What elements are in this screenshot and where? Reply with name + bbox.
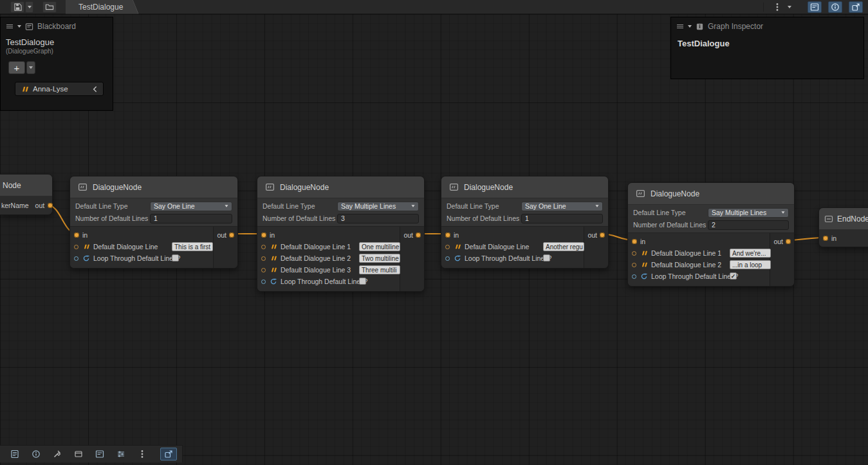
blackboard-panel-button[interactable]: [91, 448, 108, 460]
lines-count-value: 1: [525, 214, 529, 222]
window-button[interactable]: [70, 448, 87, 460]
node-title-bar[interactable]: DialogueNode: [441, 176, 608, 198]
dialogue-line-field[interactable]: Three multili: [359, 265, 400, 274]
graph-tab[interactable]: TestDialogue: [66, 0, 138, 14]
settings-sliders-button[interactable]: [113, 448, 129, 460]
dialogue-line-value: Three multili: [362, 267, 396, 274]
quote-icon: [82, 243, 90, 250]
out-port[interactable]: [600, 232, 605, 238]
string-port[interactable]: [261, 256, 266, 261]
bool-port[interactable]: [632, 274, 636, 279]
dialogue-node-4[interactable]: DialogueNode Default Line Type Say Multi…: [627, 182, 795, 287]
add-property-button[interactable]: +: [8, 61, 25, 74]
menu-icon[interactable]: [676, 23, 684, 30]
string-port[interactable]: [632, 263, 636, 267]
save-dropdown-button[interactable]: [25, 1, 33, 13]
open-external-button[interactable]: [160, 448, 177, 460]
lines-count-field[interactable]: 1: [150, 214, 232, 223]
dialogue-line-label: Default Dialogue Line: [465, 243, 529, 251]
save-icon: [14, 3, 22, 11]
collapse-chevron-icon[interactable]: [688, 25, 692, 28]
line-type-dropdown[interactable]: Say One Line: [150, 202, 232, 211]
open-folder-button[interactable]: [42, 1, 57, 13]
quote-icon: [269, 255, 277, 261]
in-port[interactable]: [823, 236, 828, 241]
blackboard-field-row[interactable]: Anna-Lyse: [15, 82, 104, 96]
out-port[interactable]: [48, 203, 53, 208]
loop-checkbox[interactable]: [359, 278, 366, 285]
line-type-label: Default Line Type: [263, 202, 337, 210]
quote-icon: [269, 243, 277, 250]
dialogue-line-value: This is a first: [174, 243, 210, 251]
blackboard-panel: Blackboard TestDialogue (DialogueGraph) …: [0, 17, 113, 111]
string-port[interactable]: [632, 251, 636, 256]
lines-count-field[interactable]: 1: [521, 214, 603, 223]
dialogue-line-field[interactable]: Another regu: [543, 242, 584, 251]
node-title: DialogueNode: [464, 183, 513, 192]
speaker-node[interactable]: Node kerName out: [0, 174, 53, 215]
dialogue-node-1[interactable]: DialogueNode Default Line Type Say One L…: [69, 176, 238, 269]
blackboard-icon: [810, 3, 819, 12]
dialogue-node-3[interactable]: DialogueNode Default Line Type Say One L…: [441, 176, 609, 269]
out-port[interactable]: [416, 232, 421, 238]
graph-inspector-header[interactable]: Graph Inspector: [671, 17, 863, 33]
console-panel-button[interactable]: [6, 448, 23, 460]
in-port[interactable]: [632, 239, 637, 244]
collapse-chevron-icon[interactable]: [17, 25, 21, 28]
quote-icon: [21, 86, 29, 93]
string-port[interactable]: [261, 245, 266, 249]
node-title: DialogueNode: [93, 183, 142, 192]
end-node[interactable]: EndNode in: [818, 207, 868, 247]
line-type-dropdown[interactable]: Say Multiple Lines: [708, 208, 789, 218]
out-port[interactable]: [229, 232, 234, 238]
info-panel-button[interactable]: [28, 448, 44, 460]
in-port[interactable]: [261, 232, 266, 238]
dialogue-line-field[interactable]: This is a first: [172, 242, 213, 251]
out-port[interactable]: [786, 239, 791, 244]
node-title-bar[interactable]: DialogueNode: [70, 176, 237, 198]
dialogue-line-field[interactable]: One multiline: [359, 242, 400, 251]
loop-checkbox[interactable]: [172, 254, 179, 261]
in-port[interactable]: [445, 232, 450, 238]
lines-count-field[interactable]: 2: [708, 220, 789, 230]
menu-icon[interactable]: [6, 23, 14, 30]
loop-checkbox[interactable]: ✓: [730, 272, 737, 280]
more-options-dropdown[interactable]: [785, 1, 793, 13]
line-type-dropdown[interactable]: Say One Line: [521, 202, 603, 211]
bool-port[interactable]: [74, 256, 78, 261]
lines-count-field[interactable]: 3: [337, 214, 419, 223]
dialogue-line-field[interactable]: And we're...: [730, 249, 771, 258]
dialogue-line-label: Default Dialogue Line 2: [281, 254, 351, 262]
dialogue-node-2[interactable]: DialogueNode Default Line Type Say Multi…: [257, 176, 425, 292]
more-options-button[interactable]: [770, 1, 784, 13]
node-title-bar[interactable]: DialogueNode: [628, 183, 794, 205]
lines-count-value: 2: [712, 221, 716, 229]
loop-checkbox[interactable]: [543, 254, 550, 261]
dialogue-line-field[interactable]: Two multiline: [359, 254, 400, 263]
string-port[interactable]: [445, 245, 450, 249]
string-port[interactable]: [261, 268, 266, 272]
bool-port[interactable]: [261, 280, 266, 284]
chevron-left-icon[interactable]: [93, 86, 98, 93]
loop-label: Loop Through Default Lines?: [281, 278, 367, 285]
dialogue-line-field[interactable]: ...in a loop: [730, 260, 771, 269]
info-icon: [32, 450, 41, 459]
string-port[interactable]: [74, 245, 78, 249]
more-options-button[interactable]: [134, 448, 151, 460]
minimap-toggle-button[interactable]: [849, 1, 863, 13]
add-property-dropdown[interactable]: [26, 61, 35, 74]
save-button[interactable]: [10, 1, 24, 13]
blackboard-header[interactable]: Blackboard: [1, 17, 113, 33]
graph-tab-label: TestDialogue: [78, 3, 123, 12]
inspector-toggle-button[interactable]: [828, 1, 842, 13]
line-type-dropdown[interactable]: Say Multiple Lines: [337, 202, 419, 211]
bool-port[interactable]: [445, 256, 450, 261]
blackboard-toggle-button[interactable]: [808, 1, 822, 13]
node-title-bar[interactable]: DialogueNode: [257, 176, 424, 198]
node-title-bar[interactable]: EndNode: [819, 208, 868, 230]
tools-button[interactable]: [49, 448, 66, 460]
chevron-down-icon: [225, 205, 228, 207]
node-title-bar[interactable]: Node: [0, 175, 52, 196]
in-port[interactable]: [74, 232, 79, 238]
dialogue-line-label: Default Dialogue Line 1: [651, 249, 721, 257]
